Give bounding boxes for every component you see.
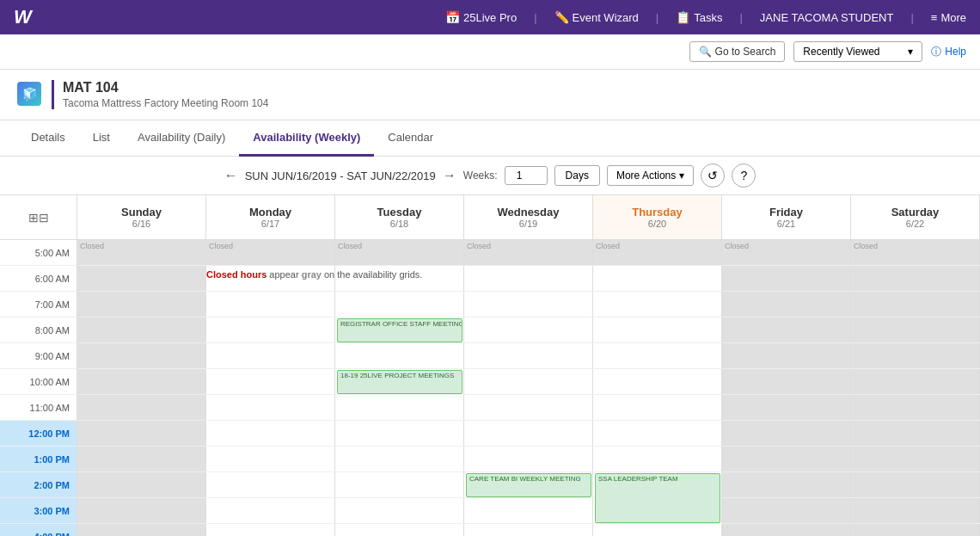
cell-r2-c5 (722, 292, 851, 317)
day-date: 6/16 (132, 219, 150, 229)
cell-r6-c4 (593, 395, 722, 420)
time-slot-7-00-AM: 7:00 AM (0, 292, 77, 317)
days-area: Sunday 6/16 Monday 6/17 Tuesday 6/18 Wed… (77, 195, 980, 536)
cell-r3-c5 (722, 317, 851, 342)
cell-r10-c2 (335, 498, 464, 523)
time-slot-10-00-AM: 10:00 AM (0, 369, 77, 395)
help-button[interactable]: ⓘ Help (931, 45, 966, 59)
calendar-grid: ⊞⊟ 5:00 AM6:00 AM7:00 AM8:00 AM9:00 AM10… (0, 195, 980, 536)
cell-r5-c1 (206, 369, 335, 394)
nav-more[interactable]: ≡ More (931, 11, 966, 24)
cell-r9-c2 (335, 472, 464, 497)
cell-r3-c4 (593, 317, 722, 342)
cell-r5-c0 (77, 369, 206, 394)
body-row-2 (77, 292, 980, 317)
tab-availability-weekly[interactable]: Availability (Weekly) (239, 120, 374, 157)
event-block[interactable]: CARE TEAM BI WEEKLY MEETING (466, 473, 591, 497)
time-slot-4-00-PM: 4:00 PM (0, 524, 77, 536)
day-header-saturday: Saturday 6/22 (851, 195, 980, 239)
cell-r4-c0 (77, 343, 206, 368)
time-slot-1-00-PM: 1:00 PM (0, 447, 77, 472)
nav-tasks[interactable]: 📋 Tasks (676, 10, 722, 24)
cell-r1-c5 (722, 266, 851, 291)
tab-availability-daily[interactable]: Availability (Daily) (124, 120, 239, 157)
cell-r11-c6 (851, 524, 980, 536)
cell-r11-c5 (722, 524, 851, 536)
days-button[interactable]: Days (554, 165, 600, 186)
cell-r8-c3 (464, 447, 593, 471)
cell-r4-c3 (464, 343, 593, 368)
tasks-icon: 📋 (676, 10, 690, 24)
nav-user[interactable]: JANE TACOMA STUDENT (760, 11, 894, 24)
closed-label: Closed (77, 240, 107, 252)
cell-r4-c4 (593, 343, 722, 368)
cell-r4-c5 (722, 343, 851, 368)
go-to-search-button[interactable]: 🔍 Go to Search (689, 41, 786, 62)
time-slot-11-00-AM: 11:00 AM (0, 395, 77, 421)
cell-r8-c4 (593, 447, 722, 471)
body-row-0: ClosedClosedClosedClosedClosedClosedClos… (77, 240, 980, 266)
cell-r9-c0 (77, 472, 206, 497)
cell-r6-c1 (206, 395, 335, 420)
cell-r11-c2 (335, 524, 464, 536)
cell-r3-c1 (206, 317, 335, 342)
event-block[interactable]: 18-19 25LIVE PROJECT MEETINGS (337, 370, 462, 394)
refresh-button[interactable]: ↺ (701, 163, 725, 188)
more-actions-button[interactable]: More Actions ▾ (607, 165, 694, 186)
day-header-thursday: Thursday 6/20 (593, 195, 722, 239)
cell-r7-c0 (77, 421, 206, 446)
day-header-friday: Friday 6/21 (722, 195, 851, 239)
cell-r9-c6 (851, 472, 980, 497)
help-button[interactable]: ? (732, 163, 756, 188)
day-name: Thursday (632, 206, 683, 219)
day-name: Tuesday (377, 206, 422, 219)
cell-r5-c3 (464, 369, 593, 394)
cell-r11-c3 (464, 524, 593, 536)
cell-r11-c0 (77, 524, 206, 536)
body-row-10 (77, 498, 980, 524)
closed-hours-note: Closed hours appear gray on the availabi… (206, 269, 593, 280)
layout-icon: ⊞⊟ (28, 211, 49, 225)
chevron-down-icon: ▾ (908, 46, 913, 58)
uw-logo[interactable]: W (14, 6, 32, 28)
help-circle-icon: ⓘ (931, 45, 941, 59)
cell-r8-c6 (851, 447, 980, 471)
tab-calendar[interactable]: Calendar (374, 120, 447, 157)
day-name: Friday (769, 206, 803, 219)
nav-event-wizard[interactable]: ✏️ Event Wizard (554, 10, 639, 24)
cell-r2-c6 (851, 292, 980, 317)
closed-label: Closed (722, 240, 751, 252)
cell-r0-c5: Closed (722, 240, 851, 265)
tab-list[interactable]: List (79, 120, 124, 157)
prev-week-button[interactable]: ← (224, 168, 238, 183)
cell-r10-c3 (464, 498, 593, 523)
event-block[interactable]: REGISTRAR OFFICE STAFF MEETING 2018-: (337, 318, 462, 342)
cell-r3-c3 (464, 317, 593, 342)
body-row-11 (77, 524, 980, 536)
cell-r7-c4 (593, 421, 722, 446)
cell-r4-c1 (206, 343, 335, 368)
cell-r11-c4 (593, 524, 722, 536)
weeks-label: Weeks: (463, 169, 498, 182)
recently-viewed-dropdown[interactable]: Recently Viewed ▾ (793, 41, 922, 62)
nav-25live-pro[interactable]: 📅 25Live Pro (445, 10, 517, 24)
cell-r0-c4: Closed (593, 240, 722, 265)
event-block[interactable]: SSA LEADERSHIP TEAM (595, 473, 720, 523)
cell-r9-c1 (206, 472, 335, 497)
time-gutter: ⊞⊟ 5:00 AM6:00 AM7:00 AM8:00 AM9:00 AM10… (0, 195, 77, 536)
time-slot-5-00-AM: 5:00 AM (0, 240, 77, 266)
time-slot-9-00-AM: 9:00 AM (0, 343, 77, 369)
next-week-button[interactable]: → (443, 168, 456, 183)
weeks-input[interactable] (505, 166, 548, 185)
day-name: Saturday (891, 206, 940, 219)
time-slot-3-00-PM: 3:00 PM (0, 498, 77, 524)
body-row-7 (77, 421, 980, 447)
closed-label: Closed (851, 240, 880, 252)
day-date: 6/18 (390, 219, 408, 229)
cell-r6-c6 (851, 395, 980, 420)
day-date: 6/22 (906, 219, 924, 229)
tab-details[interactable]: Details (17, 120, 79, 157)
cell-r1-c4 (593, 266, 722, 291)
time-slot-6-00-AM: 6:00 AM (0, 266, 77, 292)
cell-r10-c6 (851, 498, 980, 523)
